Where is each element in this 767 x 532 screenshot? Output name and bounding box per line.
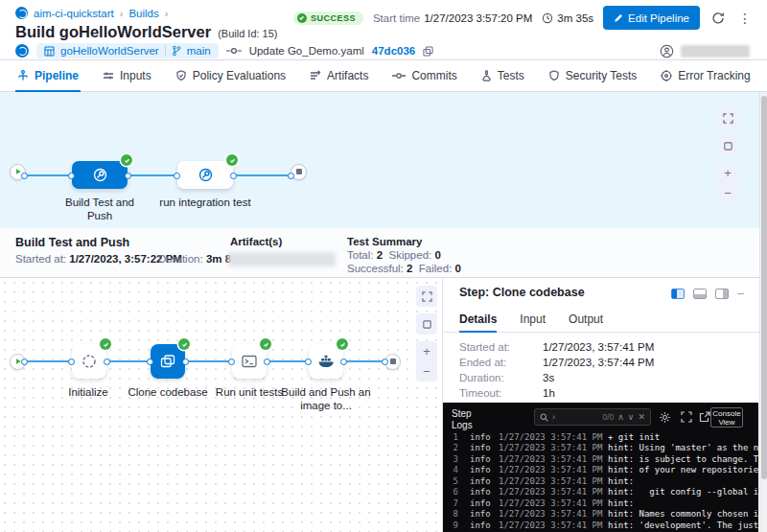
tab-pipeline[interactable]: Pipeline — [15, 60, 81, 91]
layout-left-icon[interactable] — [671, 289, 685, 299]
field-value: 1/27/2023, 3:57:41 PM — [543, 341, 654, 353]
skipped-label: Skipped: — [389, 249, 432, 261]
pipeline-stage-canvas[interactable]: Build Test and Push run integration test… — [0, 92, 767, 228]
tab-security-tests[interactable]: Security Tests — [546, 60, 639, 91]
chip-divider — [165, 45, 166, 57]
tab-error-tracking[interactable]: Error Tracking — [659, 60, 752, 91]
stage-node-build-test-and-push[interactable] — [72, 161, 128, 189]
expand-canvas-button[interactable] — [717, 107, 738, 128]
total-label: Total: — [347, 249, 374, 261]
repo-name: goHelloWorldServer — [60, 45, 159, 57]
log-row: 4info1/27/2023 3:57:41 PMhint: of your n… — [443, 465, 758, 476]
field-label: Ended at: — [459, 357, 506, 368]
step-node-run-unit-tests[interactable] — [232, 344, 267, 379]
connector-dot — [147, 359, 153, 365]
start-time-label: Start time — [373, 12, 420, 24]
stop-icon — [390, 359, 396, 364]
field-value: 1h — [543, 387, 555, 399]
log-row: 8info1/27/2023 3:57:41 PMhint: Names com… — [443, 509, 758, 520]
build-id-label: (Build Id: 15) — [218, 28, 277, 39]
field-label: Timeout: — [459, 387, 501, 399]
build-pipeline-page: aim-ci-quickstart › Builds › SUCCESS Sta… — [0, 0, 767, 532]
breadcrumb-project-link[interactable]: aim-ci-quickstart — [34, 8, 114, 19]
log-lines[interactable]: 1info1/27/2023 3:57:41 PM+ git init 2inf… — [443, 431, 758, 532]
expand-canvas-button[interactable] — [416, 286, 437, 307]
field-value: 3s — [543, 372, 554, 383]
field-label: Started at: — [459, 341, 510, 353]
success-check-icon — [178, 338, 190, 350]
tab-details[interactable]: Details — [459, 307, 497, 332]
harness-logo-icon — [15, 7, 28, 19]
duration-label: Duration: — [158, 253, 203, 265]
stop-icon — [296, 169, 302, 174]
branch-icon — [172, 45, 181, 57]
field-value: 1/27/2023, 3:57:44 PM — [543, 357, 654, 368]
connector-dot — [228, 359, 235, 365]
successful-label: Successful: — [347, 263, 404, 274]
total-duration: 3m 35s — [557, 12, 593, 24]
log-fullscreen-icon[interactable] — [681, 411, 692, 423]
console-view-button[interactable]: Console View — [710, 407, 743, 428]
tab-output[interactable]: Output — [569, 307, 603, 332]
layout-bottom-icon[interactable] — [693, 289, 707, 299]
kebab-menu-button[interactable]: ⋮ — [736, 10, 754, 27]
tab-input[interactable]: Input — [520, 307, 546, 332]
tab-policy-evaluations[interactable]: Policy Evaluations — [174, 60, 288, 91]
zoom-controls: + − — [416, 341, 437, 382]
codebase-icon — [158, 352, 177, 371]
console-title: Step Logs — [452, 408, 486, 431]
tab-commits[interactable]: Commits — [390, 60, 458, 91]
zoom-out-button[interactable]: − — [416, 361, 437, 382]
log-settings-icon[interactable] — [659, 411, 671, 424]
zoom-in-button[interactable]: + — [717, 163, 738, 183]
log-row: 1info1/27/2023 3:57:41 PM+ git init — [443, 431, 758, 443]
step-node-initialize[interactable] — [72, 344, 106, 379]
log-row: 5info1/27/2023 3:57:41 PMhint: — [443, 475, 758, 487]
tab-tests[interactable]: Tests — [479, 60, 526, 91]
artifact-redacted — [228, 252, 336, 266]
repo-icon — [44, 46, 55, 57]
page-header: aim-ci-quickstart › Builds › SUCCESS Sta… — [0, 0, 767, 60]
user-chip — [660, 44, 750, 58]
log-row: 7info1/27/2023 3:57:41 PMhint: — [443, 497, 758, 509]
tab-inputs[interactable]: Inputs — [101, 60, 153, 91]
header-actions: SUCCESS Start time 1/27/2023 3:57:20 PM … — [293, 6, 754, 30]
search-icon — [540, 413, 548, 422]
status-text: SUCCESS — [311, 13, 356, 23]
log-search-input[interactable]: › 0/0 ∧ ∨ ✕ — [534, 408, 651, 426]
connector-dot — [182, 359, 189, 365]
zoom-out-button[interactable]: − — [717, 183, 738, 203]
connector-dot — [264, 359, 270, 365]
refresh-button[interactable] — [709, 10, 727, 27]
stage-details-title: Build Test and Push — [15, 236, 129, 249]
log-external-link-icon[interactable] — [699, 411, 710, 423]
connector-dot — [21, 173, 28, 179]
scrollbar-thumb[interactable] — [761, 96, 767, 479]
edit-pipeline-button[interactable]: Edit Pipeline — [603, 6, 700, 30]
minimize-panel-icon[interactable]: – — [737, 288, 744, 299]
stage-node-run-integration-test[interactable] — [177, 161, 233, 189]
fit-to-view-button[interactable] — [416, 313, 437, 335]
page-scrollbar[interactable] — [759, 92, 767, 532]
tab-artifacts[interactable]: Artifacts — [308, 60, 370, 91]
connector-dot — [104, 359, 110, 365]
zoom-in-button[interactable]: + — [416, 341, 437, 361]
connector-dot — [21, 359, 28, 365]
layout-right-icon[interactable] — [715, 289, 729, 299]
terminal-icon — [240, 352, 259, 371]
field-label: Duration: — [459, 372, 504, 383]
repo-branch-chip[interactable]: goHelloWorldServer main — [36, 43, 219, 58]
pipeline-step-canvas[interactable]: Initialize Clone codebase Run unit tests… — [0, 278, 443, 532]
page-title: Build goHelloWorldServer — [15, 23, 211, 41]
step-node-clone-codebase[interactable] — [151, 344, 185, 379]
user-icon — [660, 44, 674, 58]
fit-to-view-button[interactable] — [717, 135, 738, 156]
commit-sha-link[interactable]: 47dc036 — [372, 45, 415, 57]
search-prev-icon[interactable]: ∧ — [617, 412, 624, 422]
search-next-icon[interactable]: ∨ — [628, 412, 635, 422]
breadcrumb-builds-link[interactable]: Builds — [128, 8, 158, 19]
copy-icon[interactable] — [423, 46, 433, 57]
search-caret: › — [552, 412, 555, 422]
step-node-build-and-push[interactable] — [309, 344, 343, 379]
search-clear-icon[interactable]: ✕ — [638, 412, 645, 422]
